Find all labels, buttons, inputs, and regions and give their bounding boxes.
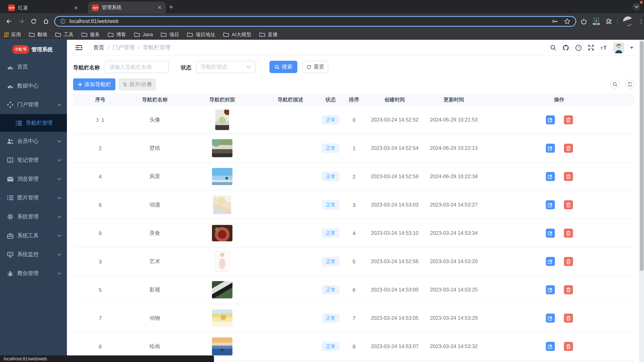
- status-badge: 正常: [322, 200, 339, 209]
- toolbar-divider: [617, 17, 618, 25]
- delete-button[interactable]: [564, 200, 573, 209]
- sidebar-item-首页[interactable]: 首页: [0, 57, 67, 76]
- site-info-icon[interactable]: [60, 18, 66, 24]
- row-cover-image[interactable]: [215, 251, 230, 272]
- bookmark-item[interactable]: 应用: [4, 31, 21, 38]
- new-extension-icon[interactable]: NEW: [593, 17, 600, 25]
- bookmark-item[interactable]: AI大模型: [223, 31, 251, 38]
- bookmark-star-icon[interactable]: [564, 18, 570, 25]
- delete-button[interactable]: [564, 257, 573, 266]
- row-cover-image[interactable]: [212, 139, 232, 157]
- edit-button[interactable]: [546, 229, 554, 238]
- row-cover-image[interactable]: [212, 281, 232, 299]
- new-tab-button[interactable]: ＋: [168, 2, 174, 11]
- delete-button[interactable]: [564, 172, 573, 181]
- edit-button[interactable]: [546, 342, 554, 351]
- browser-menu-icon[interactable]: ⋮: [638, 18, 644, 25]
- sidebar-collapse-icon[interactable]: [75, 44, 82, 51]
- search-icon[interactable]: [550, 44, 556, 51]
- delete-button[interactable]: [564, 314, 573, 323]
- cell-status: 正常: [319, 144, 342, 153]
- sidebar-item-门户管理[interactable]: 门户管理: [0, 95, 67, 114]
- help-icon[interactable]: ?: [575, 44, 582, 51]
- sidebar-item-会员中心[interactable]: 会员中心: [0, 132, 67, 151]
- cell-updated: 2023-03-24 14:53:32: [424, 344, 484, 349]
- fullscreen-icon[interactable]: [588, 44, 594, 51]
- close-icon[interactable]: ✕: [74, 5, 78, 11]
- row-cover-image[interactable]: [212, 310, 232, 327]
- password-key-icon[interactable]: [552, 18, 558, 25]
- bookmark-item[interactable]: 服务: [81, 31, 100, 38]
- edit-button[interactable]: [546, 172, 554, 181]
- edit-button[interactable]: [546, 115, 554, 124]
- bookmark-item[interactable]: 博客: [108, 31, 126, 38]
- bookmark-item[interactable]: 项目: [161, 31, 179, 38]
- delete-button[interactable]: [564, 144, 573, 153]
- sidebar-item-爬虫管理[interactable]: 爬虫管理: [0, 264, 67, 283]
- sidebar-item-笔记管理[interactable]: 笔记管理: [0, 151, 67, 170]
- browser-profile-avatar[interactable]: [623, 16, 633, 26]
- delete-button[interactable]: [564, 229, 573, 238]
- reset-button[interactable]: 重置: [302, 61, 328, 73]
- breadcrumb-home[interactable]: 首页: [93, 44, 104, 51]
- row-cover-image[interactable]: [215, 110, 229, 130]
- edit-button[interactable]: [546, 200, 554, 209]
- expand-collapse-button[interactable]: 展开/折叠: [119, 78, 156, 90]
- chevron-down-icon: [57, 234, 62, 237]
- delete-button[interactable]: [564, 285, 573, 294]
- home-icon[interactable]: [43, 18, 49, 25]
- user-avatar[interactable]: [613, 42, 624, 53]
- scrollbar-thumb[interactable]: [640, 41, 643, 271]
- browser-tab-inactive[interactable]: 小红书 红薯 ✕: [4, 2, 82, 13]
- url-text[interactable]: localhost:81/web/web: [70, 18, 546, 24]
- edit-button[interactable]: [546, 314, 554, 323]
- bookmark-item[interactable]: 工具: [55, 31, 74, 38]
- row-cover-image[interactable]: [213, 195, 231, 214]
- row-expand-icon[interactable]: [96, 118, 99, 122]
- url-bar[interactable]: localhost:81/web/web: [54, 16, 576, 27]
- sidebar-item-图片管理[interactable]: 图片管理: [0, 188, 67, 207]
- font-size-icon[interactable]: TT: [600, 44, 608, 51]
- bookmark-item[interactable]: Java: [134, 32, 153, 37]
- reload-icon[interactable]: [30, 18, 37, 25]
- sidebar-item-数据中心[interactable]: 数据中心: [0, 76, 67, 95]
- sidebar-item-系统监控[interactable]: 系统监控: [0, 245, 67, 264]
- column-header: 序号: [73, 96, 127, 103]
- bookmark-label: 博客: [116, 31, 126, 38]
- row-cover-image[interactable]: [212, 337, 232, 356]
- edit-button[interactable]: [546, 257, 554, 266]
- sidebar-item-消息管理[interactable]: 消息管理: [0, 169, 67, 188]
- github-icon[interactable]: [562, 44, 569, 51]
- row-cover-image[interactable]: [212, 225, 232, 241]
- nav-name-input[interactable]: [105, 61, 169, 73]
- sidebar-item-系统工具[interactable]: 系统工具: [0, 226, 67, 245]
- close-icon[interactable]: ✕: [157, 4, 162, 11]
- bookmark-label: AI大模型: [232, 31, 251, 38]
- sidebar-item-系统管理[interactable]: 系统管理: [0, 207, 67, 226]
- tab-search-icon[interactable]: [632, 3, 640, 11]
- chevron-down-icon[interactable]: [630, 46, 634, 49]
- row-cover-image[interactable]: [212, 168, 232, 185]
- edit-button[interactable]: [546, 285, 554, 294]
- show-search-button[interactable]: [610, 80, 620, 89]
- sidebar-item-label: 笔记管理: [17, 156, 38, 164]
- breadcrumb-portal[interactable]: 门户管理: [112, 44, 134, 51]
- extensions-puzzle-icon[interactable]: [606, 18, 612, 25]
- bookmark-item[interactable]: 直播: [259, 31, 278, 38]
- browser-tab-active[interactable]: 小红书 管理系统 ✕: [88, 2, 166, 13]
- page-scrollbar[interactable]: [639, 40, 644, 362]
- back-icon[interactable]: [6, 18, 12, 25]
- delete-button[interactable]: [564, 342, 573, 351]
- forward-icon[interactable]: [18, 18, 25, 25]
- add-nav-button[interactable]: 添加导航栏: [73, 78, 116, 90]
- power-extension-icon[interactable]: [580, 18, 588, 25]
- status-select[interactable]: 导航栏状态: [196, 61, 256, 73]
- delete-button[interactable]: [564, 115, 573, 124]
- bookmark-item[interactable]: 项目地址: [187, 31, 215, 38]
- status-badge: 正常: [322, 257, 339, 266]
- refresh-table-button[interactable]: [625, 80, 634, 89]
- edit-button[interactable]: [546, 144, 554, 153]
- search-button[interactable]: 搜索: [270, 61, 298, 73]
- sidebar-subitem-导航栏管理[interactable]: 导航栏管理: [0, 114, 67, 132]
- bookmark-item[interactable]: 翻墙: [29, 31, 47, 38]
